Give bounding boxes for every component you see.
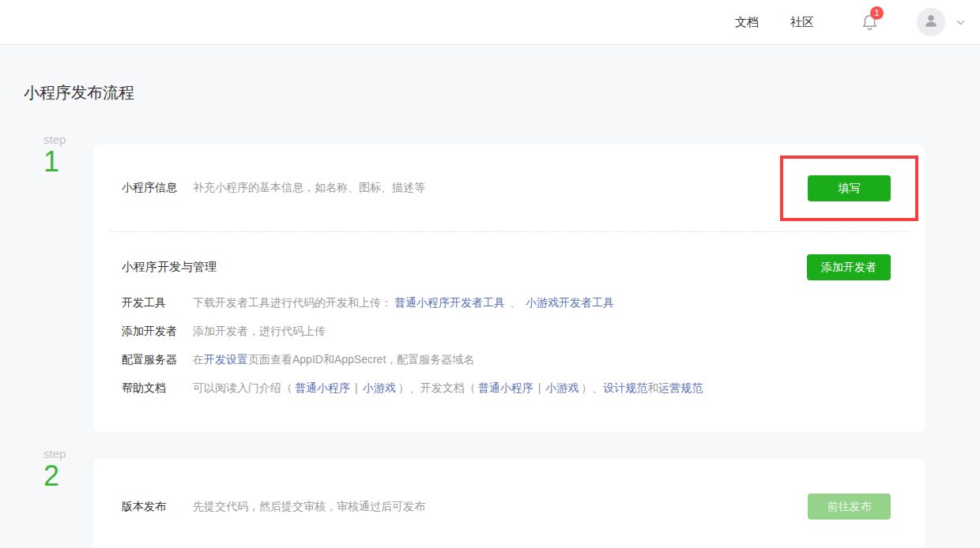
docs-pipe-2: | bbox=[538, 381, 541, 394]
highlight-box: 填写 bbox=[780, 156, 918, 221]
version-release-title: 版本发布 bbox=[122, 500, 193, 514]
link-minigame-devtools[interactable]: 小游戏开发者工具 bbox=[526, 296, 614, 309]
tools-separator: 、 bbox=[510, 296, 521, 309]
step-1-indicator: step 1 bbox=[24, 133, 93, 178]
notification-bell-button[interactable]: 1 bbox=[860, 12, 880, 32]
link-intro-minigame[interactable]: 小游戏 bbox=[363, 381, 396, 394]
nav-link-docs[interactable]: 文档 bbox=[735, 15, 759, 30]
dev-row-docs: 帮助文档 可以阅读入门介绍（普通小程序|小游戏）、开发文档（普通小程序|小游戏）… bbox=[122, 377, 896, 399]
step-2-row: step 2 版本发布 先提交代码，然后提交审核，审核通过后可发布 前往发布 bbox=[24, 459, 925, 548]
go-publish-button[interactable]: 前往发布 bbox=[808, 494, 891, 520]
miniprogram-info-row: 小程序信息 补充小程序的基本信息，如名称、图标、描述等 填写 bbox=[93, 145, 925, 231]
link-intro-miniprogram[interactable]: 普通小程序 bbox=[295, 381, 350, 394]
dev-row-server-pre: 在 bbox=[193, 353, 204, 366]
docs-text-1: 可以阅读入门介绍（ bbox=[193, 381, 292, 394]
miniprogram-info-desc: 补充小程序的基本信息，如名称、图标、描述等 bbox=[193, 181, 425, 195]
docs-pipe-1: | bbox=[355, 381, 358, 394]
chevron-down-icon[interactable] bbox=[956, 17, 966, 28]
version-release-desc: 先提交代码，然后提交审核，审核通过后可发布 bbox=[193, 500, 425, 514]
add-developer-button[interactable]: 添加开发者 bbox=[807, 254, 891, 280]
dev-row-add-developer-text: 添加开发者，进行代码上传 bbox=[193, 320, 326, 342]
user-avatar[interactable] bbox=[917, 8, 945, 36]
docs-text-2: ）、开发文档（ bbox=[398, 381, 476, 394]
main-content: 小程序发布流程 step 1 小程序信息 补充小程序的基本信息，如名称、图标、描… bbox=[0, 45, 980, 548]
dev-management-header: 小程序开发与管理 添加开发者 bbox=[122, 254, 896, 280]
step-1-card: 小程序信息 补充小程序的基本信息，如名称、图标、描述等 填写 小程序开发与管理 … bbox=[93, 145, 925, 432]
version-release-row: 版本发布 先提交代码，然后提交审核，审核通过后可发布 前往发布 bbox=[93, 459, 925, 548]
link-design-guidelines[interactable]: 设计规范 bbox=[603, 381, 647, 394]
dev-row-tools-label: 开发工具 bbox=[122, 291, 193, 313]
nav-link-community[interactable]: 社区 bbox=[790, 15, 814, 30]
docs-text-3: ）、 bbox=[581, 381, 603, 394]
link-operation-guidelines[interactable]: 运营规范 bbox=[658, 381, 703, 394]
dev-row-server-label: 配置服务器 bbox=[122, 348, 193, 370]
bell-icon bbox=[860, 21, 880, 35]
step-2-number: 2 bbox=[43, 460, 93, 492]
dev-row-add-developer-label: 添加开发者 bbox=[122, 320, 193, 342]
dev-row-server-post: 页面查看AppID和AppSecret，配置服务器域名 bbox=[248, 353, 474, 366]
step-1-word: step bbox=[43, 133, 93, 146]
dev-management-section: 小程序开发与管理 添加开发者 开发工具 下载开发者工具进行代码的开发和上传：普通… bbox=[93, 232, 925, 432]
link-docs-minigame[interactable]: 小游戏 bbox=[545, 381, 579, 394]
page-title: 小程序发布流程 bbox=[24, 45, 925, 103]
dev-row-server-text: 在开发设置页面查看AppID和AppSecret，配置服务器域名 bbox=[193, 348, 474, 370]
link-docs-miniprogram[interactable]: 普通小程序 bbox=[478, 381, 533, 394]
step-1-number: 1 bbox=[43, 146, 93, 178]
dev-row-add-developer: 添加开发者 添加开发者，进行代码上传 bbox=[122, 320, 896, 342]
user-avatar-icon bbox=[922, 12, 940, 32]
dev-row-tools: 开发工具 下载开发者工具进行代码的开发和上传：普通小程序开发者工具、小游戏开发者… bbox=[122, 291, 896, 313]
fill-info-button[interactable]: 填写 bbox=[808, 175, 891, 201]
dev-row-tools-text: 下载开发者工具进行代码的开发和上传：普通小程序开发者工具、小游戏开发者工具 bbox=[193, 291, 616, 313]
account-menu bbox=[917, 8, 966, 36]
step-2-word: step bbox=[43, 448, 93, 460]
top-header: 文档 社区 1 bbox=[0, 0, 980, 45]
step-1-row: step 1 小程序信息 补充小程序的基本信息，如名称、图标、描述等 填写 小程… bbox=[24, 145, 925, 432]
dev-management-title: 小程序开发与管理 bbox=[122, 260, 217, 275]
miniprogram-info-title: 小程序信息 bbox=[122, 181, 193, 195]
dev-row-docs-text: 可以阅读入门介绍（普通小程序|小游戏）、开发文档（普通小程序|小游戏）、设计规范… bbox=[193, 377, 703, 399]
dev-row-server: 配置服务器 在开发设置页面查看AppID和AppSecret，配置服务器域名 bbox=[122, 348, 896, 370]
link-normal-miniprogram-devtools[interactable]: 普通小程序开发者工具 bbox=[394, 296, 505, 309]
dev-row-docs-label: 帮助文档 bbox=[122, 377, 193, 399]
step-2-indicator: step 2 bbox=[24, 448, 93, 492]
notification-badge: 1 bbox=[870, 6, 884, 20]
link-dev-settings[interactable]: 开发设置 bbox=[204, 353, 248, 366]
dev-row-tools-desc: 下载开发者工具进行代码的开发和上传： bbox=[193, 296, 392, 309]
docs-text-4: 和 bbox=[647, 381, 658, 394]
step-2-card: 版本发布 先提交代码，然后提交审核，审核通过后可发布 前往发布 bbox=[93, 459, 925, 548]
